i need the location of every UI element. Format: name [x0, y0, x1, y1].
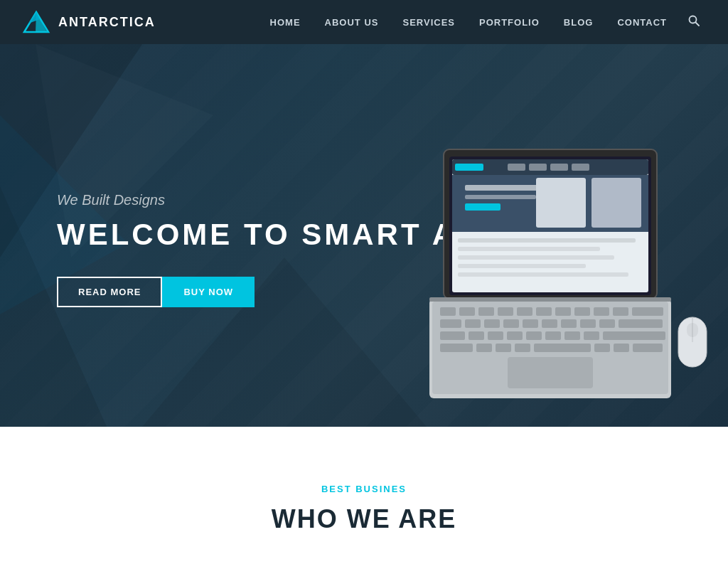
svg-rect-49	[542, 319, 557, 328]
svg-rect-15	[508, 164, 525, 171]
svg-rect-58	[526, 331, 542, 340]
svg-rect-21	[465, 195, 536, 199]
svg-rect-38	[536, 307, 552, 316]
svg-rect-27	[458, 255, 614, 260]
svg-rect-67	[534, 344, 591, 352]
svg-rect-28	[458, 264, 586, 268]
navbar: ANTARCTICA HOME ABOUT US SERVICES PORTFO…	[0, 0, 728, 44]
nav-item-services[interactable]: SERVICES	[392, 11, 465, 33]
nav-item-home[interactable]: HOME	[260, 11, 311, 33]
nav-link-contact[interactable]: CONTACT	[607, 11, 677, 33]
svg-rect-50	[561, 319, 577, 328]
hero-section: We Built Designs WELCOME TO SMART ANTARC…	[0, 44, 728, 427]
svg-rect-66	[515, 344, 530, 352]
svg-rect-46	[484, 319, 500, 328]
svg-rect-56	[488, 331, 503, 340]
svg-rect-60	[564, 331, 580, 340]
brand-name: ANTARCTICA	[58, 15, 156, 30]
svg-rect-71	[508, 357, 593, 388]
svg-rect-36	[498, 307, 513, 316]
mouse-svg	[671, 310, 714, 381]
svg-rect-55	[469, 331, 484, 340]
svg-rect-26	[458, 247, 600, 251]
svg-rect-18	[572, 164, 589, 171]
nav-item-about[interactable]: ABOUT US	[315, 11, 389, 33]
nav-link-portfolio[interactable]: PORTFOLIO	[469, 11, 550, 33]
nav-list: HOME ABOUT US SERVICES PORTFOLIO BLOG CO…	[260, 9, 707, 35]
svg-rect-68	[594, 344, 610, 352]
nav-search-item[interactable]	[681, 9, 707, 35]
nav-link-services[interactable]: SERVICES	[392, 11, 465, 33]
search-icon	[688, 15, 700, 26]
read-more-button[interactable]: READ MORE	[57, 277, 162, 307]
svg-rect-45	[465, 319, 481, 328]
nav-item-portfolio[interactable]: PORTFOLIO	[469, 11, 550, 33]
svg-rect-51	[580, 319, 596, 328]
laptop-mockup: WELCOME TO ANTARCTICA	[401, 128, 700, 427]
svg-rect-43	[632, 307, 663, 316]
laptop-svg: WELCOME TO ANTARCTICA	[401, 128, 700, 427]
svg-rect-75	[687, 323, 698, 337]
svg-rect-22	[465, 203, 500, 211]
search-button[interactable]	[681, 9, 707, 35]
nav-link-home[interactable]: HOME	[260, 11, 311, 33]
nav-link-blog[interactable]: BLOG	[554, 11, 604, 33]
svg-rect-57	[507, 331, 523, 340]
svg-rect-59	[545, 331, 561, 340]
mouse-mockup	[671, 310, 714, 384]
svg-rect-44	[440, 319, 461, 328]
nav-item-contact[interactable]: CONTACT	[607, 11, 677, 33]
svg-rect-53	[619, 319, 663, 328]
nav-item-blog[interactable]: BLOG	[554, 11, 604, 33]
svg-rect-29	[458, 272, 628, 277]
svg-rect-23	[536, 178, 586, 228]
svg-rect-35	[478, 307, 494, 316]
svg-rect-47	[503, 319, 519, 328]
svg-rect-52	[599, 319, 615, 328]
svg-rect-24	[592, 178, 641, 228]
brand-logo-icon	[21, 9, 51, 35]
below-section: BEST BUSINES WHO WE ARE	[0, 427, 728, 569]
svg-rect-72	[429, 297, 671, 302]
section-title: WHO WE ARE	[21, 504, 707, 534]
svg-rect-14	[455, 164, 483, 171]
svg-rect-33	[440, 307, 456, 316]
section-tag: BEST BUSINES	[21, 484, 707, 494]
svg-rect-37	[517, 307, 532, 316]
svg-rect-70	[633, 344, 663, 352]
svg-rect-64	[476, 344, 492, 352]
svg-rect-41	[594, 307, 609, 316]
svg-rect-42	[613, 307, 628, 316]
svg-line-4	[696, 23, 700, 26]
svg-rect-17	[550, 164, 568, 171]
svg-rect-54	[440, 331, 465, 340]
svg-rect-69	[614, 344, 629, 352]
buy-now-button[interactable]: BUY NOW	[162, 277, 255, 307]
brand-logo-link[interactable]: ANTARCTICA	[21, 9, 156, 35]
nav-link-about[interactable]: ABOUT US	[315, 11, 389, 33]
svg-rect-62	[603, 331, 665, 340]
svg-rect-61	[584, 331, 599, 340]
svg-rect-63	[440, 344, 473, 352]
svg-rect-34	[459, 307, 475, 316]
svg-rect-16	[529, 164, 547, 171]
svg-rect-25	[458, 238, 636, 243]
svg-rect-40	[574, 307, 590, 316]
svg-rect-48	[523, 319, 538, 328]
svg-rect-39	[555, 307, 571, 316]
svg-rect-65	[496, 344, 511, 352]
